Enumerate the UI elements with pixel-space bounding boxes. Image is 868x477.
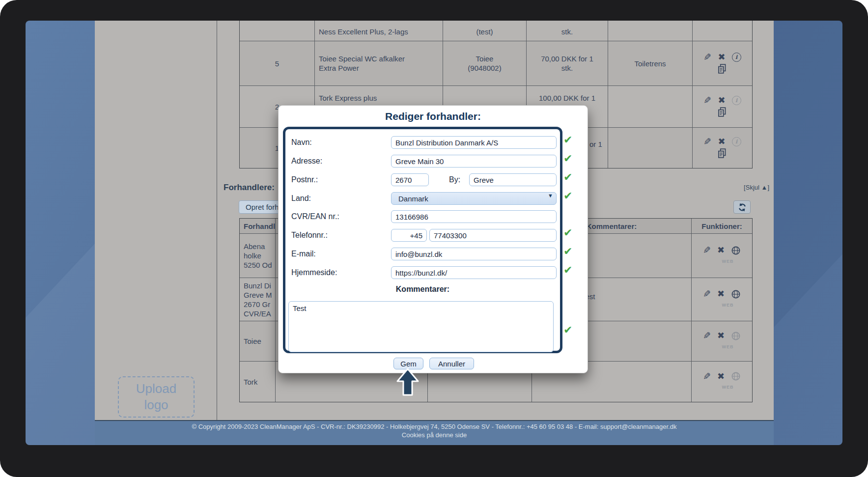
product-brand: (test) bbox=[476, 27, 493, 36]
globe-icon[interactable] bbox=[731, 331, 741, 341]
delete-icon[interactable]: ✖ bbox=[717, 331, 725, 340]
valid-check-icon: ✔ bbox=[563, 190, 572, 202]
delete-icon[interactable]: ✖ bbox=[717, 372, 725, 381]
product-price-cell: 70,00 DKK for 1 stk. bbox=[527, 41, 608, 86]
address-field[interactable] bbox=[391, 155, 557, 168]
email-field[interactable] bbox=[391, 248, 557, 260]
city-label: By: bbox=[449, 170, 460, 189]
dealer-line: 5250 Od bbox=[244, 260, 272, 270]
product-name-line2: Extra Power bbox=[319, 63, 405, 73]
valid-check-icon: ✔ bbox=[563, 134, 572, 146]
valid-check-icon: ✔ bbox=[563, 152, 572, 165]
city-field[interactable] bbox=[469, 173, 557, 186]
edit-dealer-modal: Rediger forhandler: Navn: Adresse: Postn… bbox=[278, 105, 588, 373]
sidebar-divider bbox=[217, 21, 217, 420]
dealer-functions-cell: ✎ ✖ WEB bbox=[692, 234, 752, 278]
product-category-cell bbox=[608, 128, 693, 168]
edit-icon[interactable]: ✎ bbox=[703, 53, 711, 62]
edit-icon[interactable]: ✎ bbox=[703, 289, 711, 299]
product-category-cell bbox=[608, 21, 693, 41]
dealer-info-cell: Abena holke 5250 Od bbox=[240, 234, 276, 278]
web-label: WEB bbox=[722, 342, 733, 352]
dealer-line: holke bbox=[244, 251, 272, 260]
product-brand-cell: (test) bbox=[443, 21, 527, 41]
product-price-line1: 70,00 DKK for 1 bbox=[541, 54, 593, 63]
product-name-cell: Ness Excellent Plus, 2-lags bbox=[315, 21, 443, 41]
dealer-info-cell: Toiee bbox=[240, 321, 276, 362]
info-icon[interactable]: i bbox=[732, 53, 741, 62]
product-functions-cell bbox=[693, 21, 752, 41]
phone-label: Telefonnr.: bbox=[291, 226, 328, 245]
comments-field[interactable]: Test bbox=[288, 301, 554, 352]
zip-field[interactable] bbox=[391, 173, 429, 186]
copy-icon[interactable] bbox=[717, 107, 728, 117]
country-select[interactable]: Danmark bbox=[391, 192, 557, 205]
upload-logo-button[interactable]: Upload logo bbox=[118, 376, 195, 418]
dropdown-arrow-icon: ▼ bbox=[548, 193, 553, 198]
dealer-column-header: Forhandler: bbox=[244, 222, 276, 231]
product-functions-cell: ✎ ✖ i bbox=[693, 41, 752, 86]
functions-column-header: Funktioner: bbox=[701, 222, 742, 231]
app-content: Ness Excellent Plus, 2-lags (test) stk. … bbox=[95, 21, 774, 420]
copyright-text: © Copyright 2009-2023 CleanManager ApS -… bbox=[95, 423, 774, 430]
product-category-cell: Toiletrens bbox=[608, 41, 693, 86]
phone-field[interactable] bbox=[429, 229, 557, 242]
dealer-line: Tork bbox=[244, 377, 257, 387]
product-number-cell: 5 bbox=[240, 41, 315, 86]
edit-icon[interactable]: ✎ bbox=[703, 96, 711, 105]
refresh-icon bbox=[737, 202, 747, 212]
edit-icon[interactable]: ✎ bbox=[703, 372, 711, 381]
edit-icon[interactable]: ✎ bbox=[703, 246, 711, 255]
upload-logo-line2: logo bbox=[144, 397, 168, 413]
globe-icon[interactable] bbox=[731, 371, 741, 381]
edit-icon[interactable]: ✎ bbox=[703, 137, 711, 146]
dealer-header-cell: Forhandler: bbox=[240, 219, 276, 234]
delete-icon[interactable]: ✖ bbox=[717, 246, 725, 255]
delete-icon[interactable]: ✖ bbox=[717, 289, 725, 299]
globe-icon[interactable] bbox=[731, 289, 741, 299]
cookies-link[interactable]: Cookies på denne side bbox=[95, 431, 774, 439]
cancel-button[interactable]: Annuller bbox=[429, 358, 474, 369]
dealer-functions-cell: ✎ ✖ WEB bbox=[692, 278, 752, 321]
copy-icon[interactable] bbox=[717, 148, 728, 159]
functions-column-header-cell: Funktioner: bbox=[692, 219, 752, 234]
product-price-cell: stk. bbox=[527, 21, 608, 41]
website-label: Hjemmeside: bbox=[291, 263, 337, 282]
product-name-cell: Toiee Special WC afkalker Extra Power bbox=[315, 41, 443, 86]
delete-icon[interactable]: ✖ bbox=[718, 96, 725, 105]
country-label: Land: bbox=[291, 189, 311, 208]
info-icon[interactable]: i bbox=[732, 96, 741, 105]
pointer-arrow-annotation bbox=[396, 368, 420, 396]
hide-section-link[interactable]: [Skjul ▲] bbox=[744, 184, 769, 191]
product-name: Ness Excellent Plus, 2-lags bbox=[319, 27, 408, 36]
cvr-label: CVR/EAN nr.: bbox=[291, 207, 339, 226]
delete-icon[interactable]: ✖ bbox=[718, 137, 725, 146]
zip-label: Postnr.: bbox=[291, 170, 318, 189]
product-brand-cell: Toiee (9048002) bbox=[443, 41, 527, 86]
dealer-functions-cell: ✎ ✖ WEB bbox=[692, 321, 752, 362]
comments-column-header: Kommentarer: bbox=[587, 222, 637, 231]
info-icon[interactable]: i bbox=[732, 137, 741, 146]
refresh-button[interactable] bbox=[733, 200, 751, 214]
product-functions-cell: ✎ ✖ i bbox=[693, 86, 752, 128]
delete-icon[interactable]: ✖ bbox=[718, 53, 725, 62]
product-brand-line2: (9048002) bbox=[468, 63, 501, 73]
valid-check-icon: ✔ bbox=[563, 226, 572, 239]
product-price-fragment: or 1 bbox=[589, 140, 602, 149]
cvr-field[interactable] bbox=[391, 210, 557, 223]
phone-prefix-field[interactable] bbox=[391, 229, 427, 242]
name-field[interactable] bbox=[391, 136, 557, 149]
copy-icon[interactable] bbox=[717, 63, 728, 74]
browser-page: Ness Excellent Plus, 2-lags (test) stk. … bbox=[26, 21, 842, 445]
product-category: Toiletrens bbox=[634, 59, 666, 68]
website-field[interactable] bbox=[391, 266, 557, 279]
dealer-line: 2670 Gr bbox=[244, 300, 272, 309]
web-label: WEB bbox=[722, 257, 733, 266]
edit-icon[interactable]: ✎ bbox=[703, 331, 711, 340]
product-category-cell bbox=[608, 86, 693, 128]
dealer-functions-cell: ✎ ✖ WEB bbox=[692, 362, 752, 402]
product-brand-line1: Toiee bbox=[468, 54, 501, 63]
comments-heading: Kommentarer: bbox=[285, 285, 560, 294]
globe-icon[interactable] bbox=[731, 246, 741, 255]
product-number-cell bbox=[240, 21, 315, 41]
